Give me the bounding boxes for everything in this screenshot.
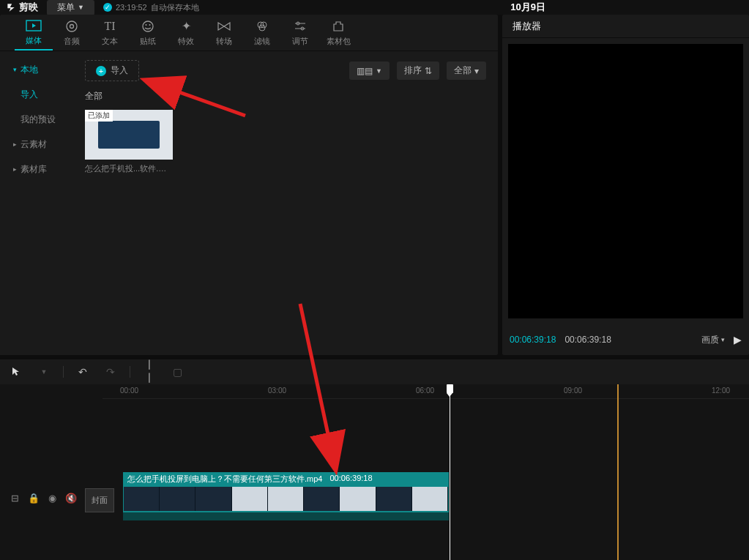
content-toolbar: + 导入 ▥▤▼ 排序⇅ 全部▾ xyxy=(85,60,486,81)
playhead[interactable] xyxy=(450,384,450,560)
chevron-right-icon: ▸ xyxy=(13,165,17,173)
chevron-down-icon: ▾ xyxy=(721,336,725,343)
sort-button[interactable]: 排序⇅ xyxy=(397,61,439,80)
player-panel: 播放器 00:06:39:18 00:06:39:18 画质▾ ▶ xyxy=(502,15,749,355)
workspace: 媒体 音频 TI 文本 贴纸 ✦ 特效 转场 xyxy=(0,15,749,355)
tab-effect[interactable]: ✦ 特效 xyxy=(167,16,205,50)
clip-audio-waveform[interactable] xyxy=(123,512,449,520)
app-logo: 剪映 xyxy=(6,1,38,14)
split-tool[interactable]: 〡〡 xyxy=(141,359,158,385)
clip-frame xyxy=(124,487,160,511)
grid-icon: ▥▤ xyxy=(357,66,373,76)
clip-frame xyxy=(268,487,304,511)
menu-button[interactable]: 菜单 ▼ xyxy=(47,0,94,15)
timeline-ruler[interactable]: 00:00 03:00 06:00 09:00 12:00 xyxy=(103,384,749,399)
save-time: 23:19:52 xyxy=(116,3,147,12)
save-text: 自动保存本地 xyxy=(151,2,199,13)
timeline-toolbar: ▼ ↶ ↷ 〡〡 ▢ xyxy=(0,359,749,384)
lock-icon[interactable]: 🔒 xyxy=(28,493,40,504)
view-mode-button[interactable]: ▥▤▼ xyxy=(349,61,390,80)
top-bar: 剪映 菜单 ▼ ✓ 23:19:52 自动保存本地 10月9日 xyxy=(0,0,749,15)
track-controls: ⊟ 🔒 ◉ 🔇 xyxy=(11,493,77,504)
marker-line[interactable] xyxy=(617,384,619,560)
media-content: + 导入 ▥▤▼ 排序⇅ 全部▾ 全部 已添加 怎么把手机投...软件. xyxy=(73,51,498,355)
chevron-down-icon: ▼ xyxy=(78,4,84,11)
chevron-right-icon: ▸ xyxy=(13,141,17,148)
clip-frame xyxy=(304,487,340,511)
thumb-preview xyxy=(98,121,160,148)
import-button[interactable]: + 导入 xyxy=(85,60,139,81)
svg-marker-1 xyxy=(32,23,36,28)
logo-icon xyxy=(6,2,16,12)
clip-frame xyxy=(232,487,268,511)
player-viewport[interactable] xyxy=(508,44,743,318)
adjust-icon xyxy=(294,19,307,34)
timeline[interactable]: 00:00 03:00 06:00 09:00 12:00 ⊟ 🔒 ◉ 🔇 封面… xyxy=(0,384,749,560)
added-badge: 已添加 xyxy=(85,110,113,122)
divider xyxy=(130,366,130,378)
sidebar-item-library[interactable]: ▸素材库 xyxy=(0,157,73,182)
tab-transition[interactable]: 转场 xyxy=(205,16,243,50)
sidebar-item-cloud[interactable]: ▸云素材 xyxy=(0,132,73,157)
tab-pack[interactable]: 素材包 xyxy=(319,16,357,50)
sidebar-item-presets[interactable]: 我的预设 xyxy=(0,107,73,132)
chevron-down-icon: ▼ xyxy=(376,67,382,75)
category-tabs: 媒体 音频 TI 文本 贴纸 ✦ 特效 转场 xyxy=(0,15,498,51)
time-total: 00:06:39:18 xyxy=(564,335,611,345)
panel-body: ▾本地 导入 我的预设 ▸云素材 ▸素材库 + 导入 ▥▤▼ 排序⇅ 全部▾ xyxy=(0,51,498,355)
media-thumbnail[interactable]: 已添加 xyxy=(85,110,173,160)
clip-title: 怎么把手机投屏到电脑上？不需要任何第三方软件.mp4 xyxy=(127,474,322,485)
filter-button[interactable]: 全部▾ xyxy=(447,61,486,80)
ruler-mark: 09:00 xyxy=(564,387,582,395)
autosave-status: ✓ 23:19:52 自动保存本地 xyxy=(103,2,199,13)
sidebar-item-import[interactable]: 导入 xyxy=(0,82,73,107)
tab-media[interactable]: 媒体 xyxy=(15,15,53,51)
sort-icon: ⇅ xyxy=(425,66,432,76)
ruler-mark: 06:00 xyxy=(416,387,434,395)
divider xyxy=(63,366,64,378)
sidebar-item-local[interactable]: ▾本地 xyxy=(0,57,73,82)
play-button[interactable]: ▶ xyxy=(734,334,742,346)
clip-header: 怎么把手机投屏到电脑上？不需要任何第三方软件.mp4 00:06:39:18 xyxy=(123,472,449,486)
tab-audio[interactable]: 音频 xyxy=(53,16,91,50)
time-current: 00:06:39:18 xyxy=(510,335,556,345)
quality-button[interactable]: 画质▾ xyxy=(701,334,725,346)
ruler-mark: 00:00 xyxy=(120,387,138,395)
chevron-down-icon: ▾ xyxy=(13,66,17,73)
timeline-clip[interactable]: 怎么把手机投屏到电脑上？不需要任何第三方软件.mp4 00:06:39:18 xyxy=(123,472,449,520)
ruler-mark: 12:00 xyxy=(712,387,730,395)
filter-icon xyxy=(256,19,269,34)
svg-point-5 xyxy=(146,24,147,26)
clip-frame xyxy=(340,487,376,511)
redo-button[interactable]: ↷ xyxy=(102,366,119,378)
media-item[interactable]: 已添加 怎么把手机投...软件.mp4 xyxy=(85,110,173,174)
clip-frames[interactable] xyxy=(123,486,449,512)
tab-adjust[interactable]: 调节 xyxy=(281,16,319,50)
ruler-mark: 03:00 xyxy=(268,387,286,395)
view-controls: ▥▤▼ 排序⇅ 全部▾ xyxy=(349,61,486,80)
select-tool[interactable] xyxy=(7,366,25,378)
player-controls: 00:06:39:18 00:06:39:18 画质▾ ▶ xyxy=(502,324,749,355)
tab-text[interactable]: TI 文本 xyxy=(91,16,129,50)
track-collapse-icon[interactable]: ⊟ xyxy=(11,493,19,504)
eye-icon[interactable]: ◉ xyxy=(48,493,56,504)
sticker-icon xyxy=(141,19,154,34)
cover-button[interactable]: 封面 xyxy=(85,488,114,512)
svg-point-2 xyxy=(67,21,77,31)
filter-icon: ▾ xyxy=(474,66,479,76)
audio-icon xyxy=(65,19,78,34)
media-panel: 媒体 音频 TI 文本 贴纸 ✦ 特效 转场 xyxy=(0,15,498,355)
pack-icon xyxy=(332,19,345,34)
tab-sticker[interactable]: 贴纸 xyxy=(129,16,167,50)
chevron-down-icon[interactable]: ▼ xyxy=(35,368,53,376)
clip-frame xyxy=(412,487,448,511)
undo-button[interactable]: ↶ xyxy=(74,366,92,378)
tab-filter[interactable]: 滤镜 xyxy=(243,16,281,50)
clip-frame xyxy=(160,487,195,511)
effect-icon: ✦ xyxy=(182,19,191,34)
mute-icon[interactable]: 🔇 xyxy=(65,493,77,504)
playhead-handle[interactable] xyxy=(447,384,453,393)
project-title[interactable]: 10月9日 xyxy=(510,1,545,14)
menu-label: 菜单 xyxy=(57,1,75,14)
delete-tool[interactable]: ▢ xyxy=(168,366,186,378)
